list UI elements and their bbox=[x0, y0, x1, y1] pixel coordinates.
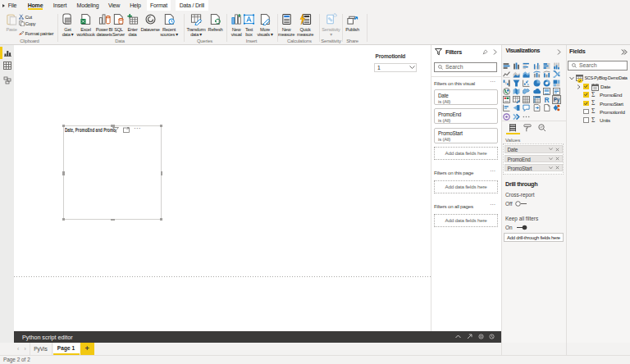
svg-text:Py: Py bbox=[554, 97, 560, 103]
svg-text:R: R bbox=[544, 96, 549, 103]
